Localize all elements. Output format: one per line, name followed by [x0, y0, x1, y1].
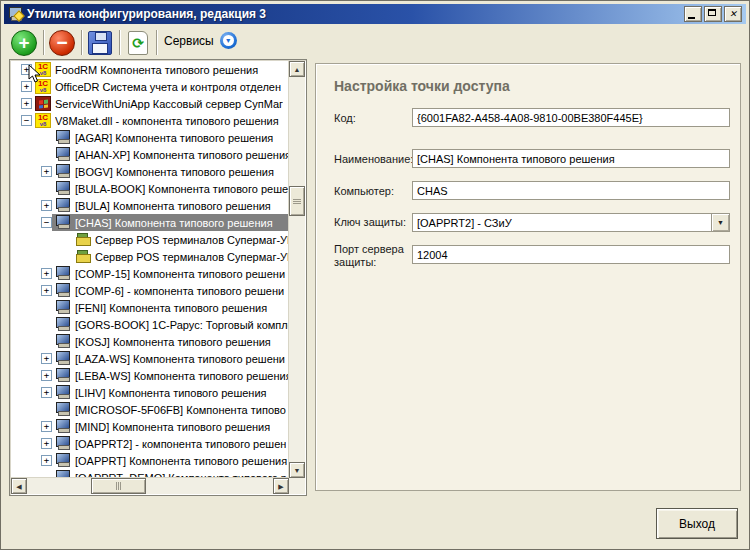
minus-icon: −: [49, 30, 75, 56]
expand-plus-icon[interactable]: +: [21, 64, 32, 75]
maximize-icon: [708, 9, 716, 16]
exit-button[interactable]: Выход: [656, 508, 738, 539]
expand-plus-icon[interactable]: +: [41, 455, 52, 466]
tree-item[interactable]: Сервер POS терминалов Супермаг-УК: [11, 231, 289, 248]
add-button[interactable]: +: [9, 28, 39, 57]
tree-item-label: [LEBA-WS] Компонента типового решения: [75, 370, 289, 382]
panel-title: Настройка точки доступа: [334, 78, 510, 94]
app-icon: [8, 7, 23, 21]
tree-item-label: [COMP-15] Компонента типового решени: [75, 268, 285, 280]
close-button[interactable]: ✕: [724, 6, 742, 22]
tree-item[interactable]: +[COMP-6] - компонента типового решени: [11, 282, 289, 299]
tree-item[interactable]: −1Сv8V8Maket.dll - компонента типового р…: [11, 112, 289, 129]
access-point-panel: Настройка точки доступа Код: Наименовани…: [315, 63, 741, 491]
tree-item[interactable]: +[BOGV] Компонента типового решения: [11, 163, 289, 180]
1c-v8-icon: 1Сv8: [35, 113, 51, 128]
close-icon: ✕: [725, 7, 741, 21]
protection-key-label: Ключ защиты:: [334, 216, 412, 229]
expand-plus-icon[interactable]: +: [41, 370, 52, 381]
expand-plus-icon[interactable]: +: [41, 438, 52, 449]
computer-icon: [55, 283, 71, 298]
expand-plus-icon[interactable]: +: [21, 81, 32, 92]
tree-item-label: [CHAS] Компонента типового решения: [75, 217, 273, 229]
tree-item-label: Сервер POS терминалов Супермаг-УК: [95, 234, 289, 246]
computer-input[interactable]: [412, 181, 730, 200]
collapse-minus-icon[interactable]: −: [41, 217, 52, 228]
scroll-right-icon[interactable]: ▶: [273, 478, 289, 494]
minimize-button[interactable]: [684, 6, 702, 22]
tree-item[interactable]: [FENI] Компонента типового решения: [11, 299, 289, 316]
horizontal-scroll-thumb[interactable]: [91, 478, 146, 494]
tree-item-label: FoodRM Компонента типового решения: [55, 64, 258, 76]
expand-plus-icon[interactable]: +: [21, 98, 32, 109]
tree-item[interactable]: +[COMP-15] Компонента типового решени: [11, 265, 289, 282]
toolbar-separator: [81, 30, 83, 55]
name-label: Наименование:: [334, 153, 412, 166]
pos-terminal-icon: [75, 232, 91, 247]
expand-plus-icon[interactable]: +: [41, 421, 52, 432]
expand-plus-icon[interactable]: +: [41, 268, 52, 279]
save-icon: [88, 31, 112, 55]
tree-item[interactable]: +[OAPPRT2] - компонента типового решен: [11, 435, 289, 452]
scroll-left-icon[interactable]: ◀: [11, 478, 27, 494]
scroll-up-icon[interactable]: ▲: [289, 61, 305, 77]
tree-item[interactable]: +1Сv8OfficeDR Система учета и контроля о…: [11, 78, 289, 95]
tree-item[interactable]: [BULA-BOOK] Компонента типового решен: [11, 180, 289, 197]
chevron-down-icon[interactable]: ▼: [711, 214, 729, 231]
tree-item[interactable]: [GORS-BOOK] 1С-Рарус: Торговый компле: [11, 316, 289, 333]
tree-item-label: [MIND] Компонента типового решения: [75, 421, 270, 433]
titlebar: Утилита конфигурирования, редакция 3 ✕: [4, 4, 746, 24]
code-input[interactable]: [412, 108, 730, 127]
tree-rows: +1Сv8FoodRM Компонента типового решения+…: [11, 61, 289, 478]
tree-item-label: [MICROSOF-5F06FB] Компонента типово: [75, 404, 286, 416]
expand-plus-icon[interactable]: +: [41, 285, 52, 296]
tree-item-label: [AHAN-XP] Компонента типового решения: [75, 149, 289, 161]
tree-item[interactable]: +[BULA] Компонента типового решения: [11, 197, 289, 214]
name-input[interactable]: [412, 149, 730, 168]
tree-item[interactable]: +[LIHV] Компонента типового решения: [11, 384, 289, 401]
tree-item[interactable]: +[LAZA-WS] Компонента типового решени: [11, 350, 289, 367]
tree-item[interactable]: Сервер POS терминалов Супермаг-УК: [11, 248, 289, 265]
services-menu-button[interactable]: Сервисы ▼: [164, 32, 237, 49]
tree-vertical-scrollbar[interactable]: ▲ ▼: [288, 61, 305, 478]
protection-port-label: Порт сервера защиты:: [334, 243, 412, 269]
tree-connector: [61, 251, 72, 262]
protection-port-input[interactable]: [412, 245, 730, 264]
computer-icon: [55, 181, 71, 196]
computer-icon: [55, 436, 71, 451]
window-title: Утилита конфигурирования, редакция 3: [27, 7, 266, 21]
expand-plus-icon[interactable]: +: [41, 166, 52, 177]
computer-label: Компьютер:: [334, 185, 412, 198]
maximize-button[interactable]: [704, 6, 722, 22]
scroll-down-icon[interactable]: ▼: [289, 462, 305, 478]
tree-item[interactable]: +ServiceWithUniApp Кассовый сервер СупМа…: [11, 95, 289, 112]
windows-app-icon: [35, 96, 51, 111]
computer-icon: [55, 164, 71, 179]
vertical-scroll-thumb[interactable]: [289, 186, 305, 216]
protection-key-value[interactable]: [413, 214, 711, 231]
refresh-button[interactable]: ⟳: [123, 28, 153, 57]
expand-plus-icon[interactable]: +: [41, 387, 52, 398]
tree-connector: [41, 319, 52, 330]
tree-item[interactable]: +[LEBA-WS] Компонента типового решения: [11, 367, 289, 384]
tree-item[interactable]: +1Сv8FoodRM Компонента типового решения: [11, 61, 289, 78]
tree-item[interactable]: [AGAR] Компонента типового решения: [11, 129, 289, 146]
tree-item[interactable]: [MICROSOF-5F06FB] Компонента типово: [11, 401, 289, 418]
tree-item-label: [LIHV] Компонента типового решения: [75, 387, 267, 399]
toolbar: + − ⟳ Сервисы ▼: [4, 26, 746, 59]
save-button[interactable]: [85, 28, 115, 57]
tree-item[interactable]: [AHAN-XP] Компонента типового решения: [11, 146, 289, 163]
expand-plus-icon[interactable]: +: [41, 353, 52, 364]
remove-button[interactable]: −: [47, 28, 77, 57]
tree-item[interactable]: +[MIND] Компонента типового решения: [11, 418, 289, 435]
tree-horizontal-scrollbar[interactable]: ◀ ▶: [11, 477, 289, 494]
tree-item-label: [OAPPRT2] - компонента типового решен: [75, 438, 286, 450]
tree-item[interactable]: +[OAPPRT] Компонента типового решения: [11, 452, 289, 469]
1c-v8-icon: 1Сv8: [35, 79, 51, 94]
code-label: Код:: [334, 112, 412, 125]
expand-plus-icon[interactable]: +: [41, 200, 52, 211]
protection-key-combobox[interactable]: ▼: [412, 213, 730, 232]
collapse-minus-icon[interactable]: −: [21, 115, 32, 126]
tree-item[interactable]: [KOSJ] Компонента типового решения: [11, 333, 289, 350]
tree-item[interactable]: −[CHAS] Компонента типового решения: [11, 214, 289, 231]
